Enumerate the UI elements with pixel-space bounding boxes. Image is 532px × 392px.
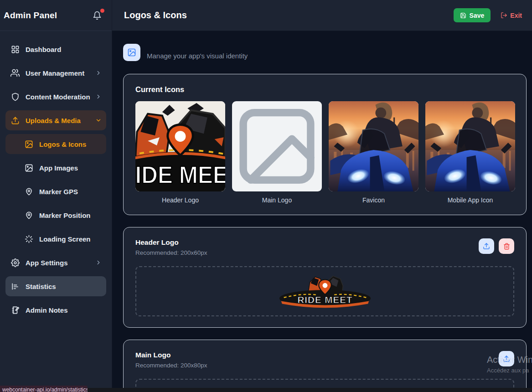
sidebar-item-app-images[interactable]: App Images bbox=[5, 158, 106, 178]
admin-app: Admin Panel Dashboard User Management bbox=[0, 0, 532, 392]
thumb-label: Header Logo bbox=[162, 196, 199, 204]
sidebar-item-label: Uploads & Media bbox=[26, 117, 95, 124]
notifications-button[interactable] bbox=[93, 11, 102, 20]
chevron-right-icon bbox=[95, 70, 102, 76]
chevron-right-icon bbox=[95, 259, 102, 266]
save-button-label: Save bbox=[470, 12, 485, 19]
sidebar-item-label: Logos & Icons bbox=[39, 140, 102, 148]
thumb-main-logo: Main Logo bbox=[232, 101, 322, 204]
upload-card-head: Header Logo Recommended: 200x60px bbox=[135, 238, 514, 256]
image-icon bbox=[24, 139, 34, 149]
bell-icon bbox=[93, 11, 102, 20]
sidebar-item-label: Loading Screen bbox=[39, 235, 102, 243]
sidebar-item-logos-icons[interactable]: Logos & Icons bbox=[5, 134, 106, 154]
sidebar-item-label: Content Moderation bbox=[26, 93, 95, 101]
notes-icon bbox=[10, 305, 20, 315]
thumb-label: Mobile App Icon bbox=[448, 196, 493, 204]
page-header: Logos & Icons Save Exit bbox=[112, 0, 532, 31]
sidebar-nav: Dashboard User Management Content Modera… bbox=[0, 31, 112, 332]
upload-icon bbox=[483, 242, 490, 250]
favicon-preview bbox=[329, 101, 418, 191]
motorcycle-sunset-art bbox=[329, 101, 418, 191]
icon-thumbnails: RIDE MEET Header Logo Main Logo bbox=[135, 101, 514, 204]
sidebar: Admin Panel Dashboard User Management bbox=[0, 0, 112, 392]
upload-button[interactable] bbox=[499, 351, 514, 366]
logout-icon bbox=[501, 12, 507, 19]
chevron-down-icon bbox=[95, 117, 102, 124]
sidebar-item-label: Statistics bbox=[26, 283, 102, 290]
intro-row: Manage your app's visual identity bbox=[123, 44, 527, 61]
sidebar-item-marker-gps[interactable]: Marker GPS bbox=[5, 181, 106, 201]
sidebar-item-label: Marker Position bbox=[39, 211, 102, 219]
main-logo-card: Main Logo Recommended: 200x80px bbox=[123, 340, 527, 392]
card-actions bbox=[499, 351, 514, 366]
sidebar-item-admin-notes[interactable]: Admin Notes bbox=[5, 300, 106, 320]
sidebar-item-statistics[interactable]: Statistics bbox=[5, 276, 106, 296]
sidebar-item-label: Dashboard bbox=[26, 46, 102, 53]
ride-meet-banner-logo: RIDE MEET bbox=[276, 272, 374, 311]
link-preview-url: webcontainer-api.io/admin/statistics bbox=[0, 386, 88, 392]
header-actions: Save Exit bbox=[454, 8, 522, 22]
recommended-size: Recommended: 200x60px bbox=[135, 249, 207, 256]
mobile-app-icon-preview bbox=[425, 101, 515, 191]
save-button[interactable]: Save bbox=[454, 8, 491, 22]
main-logo-preview-empty bbox=[232, 101, 322, 191]
sidebar-item-label: App Settings bbox=[26, 259, 95, 267]
upload-icon bbox=[10, 115, 20, 125]
page-subtitle: Manage your app's visual identity bbox=[147, 52, 248, 60]
thumb-label: Favicon bbox=[362, 196, 385, 204]
chevron-right-icon bbox=[95, 93, 102, 100]
sidebar-item-label: Marker GPS bbox=[39, 188, 102, 196]
sidebar-item-loading-screen[interactable]: Loading Screen bbox=[5, 229, 106, 249]
motorcycle-sunset-art bbox=[425, 101, 515, 191]
app-title: Admin Panel bbox=[4, 10, 57, 21]
card-title: Current Icons bbox=[135, 85, 514, 94]
recommended-size: Recommended: 200x80px bbox=[135, 362, 207, 369]
notification-dot bbox=[100, 9, 104, 13]
map-pin-icon bbox=[24, 186, 34, 196]
link-preview-tooltip: webcontainer-api.io/admin/statistics bbox=[0, 386, 88, 392]
thumb-label: Main Logo bbox=[262, 196, 292, 204]
page-content: Manage your app's visual identity Curren… bbox=[112, 31, 532, 392]
image-placeholder-icon bbox=[232, 101, 322, 191]
sidebar-header: Admin Panel bbox=[0, 0, 112, 31]
ride-meet-logo-art: RIDE MEET bbox=[135, 101, 225, 191]
header-logo-card: Header Logo Recommended: 200x60px bbox=[123, 227, 527, 328]
bar-chart-icon bbox=[10, 281, 20, 291]
grid-icon bbox=[10, 44, 20, 54]
current-icons-card: Current Icons bbox=[123, 74, 527, 215]
card-title: Header Logo bbox=[135, 238, 207, 247]
upload-card-head: Main Logo Recommended: 200x80px bbox=[135, 351, 514, 369]
gear-icon bbox=[10, 258, 20, 268]
image-icon bbox=[127, 48, 136, 57]
trash-icon bbox=[503, 243, 510, 250]
loader-icon bbox=[24, 234, 34, 244]
map-pin-icon bbox=[24, 210, 34, 220]
exit-button[interactable]: Exit bbox=[501, 12, 522, 19]
upload-button[interactable] bbox=[479, 238, 494, 254]
sidebar-item-user-management[interactable]: User Management bbox=[5, 63, 106, 83]
main-area: Logos & Icons Save Exit Manage your app'… bbox=[112, 0, 532, 392]
sidebar-item-app-settings[interactable]: App Settings bbox=[5, 253, 106, 273]
sidebar-item-uploads-media[interactable]: Uploads & Media bbox=[5, 110, 106, 130]
card-title: Main Logo bbox=[135, 351, 207, 359]
exit-button-label: Exit bbox=[510, 12, 522, 19]
sidebar-item-marker-position[interactable]: Marker Position bbox=[5, 205, 106, 225]
delete-button[interactable] bbox=[499, 238, 514, 254]
header-logo-dropzone[interactable]: RIDE MEET bbox=[135, 266, 514, 316]
thumb-header-logo: RIDE MEET Header Logo bbox=[135, 101, 225, 204]
upload-icon bbox=[503, 355, 510, 362]
sidebar-item-label: User Management bbox=[26, 69, 95, 77]
thumb-mobile-app-icon: Mobile App Icon bbox=[425, 101, 515, 204]
image-icon bbox=[24, 163, 34, 173]
header-logo-preview: RIDE MEET bbox=[135, 101, 225, 191]
sidebar-item-label: App Images bbox=[39, 164, 102, 172]
shield-icon bbox=[10, 92, 20, 102]
sidebar-item-label: Admin Notes bbox=[26, 306, 102, 314]
thumb-favicon: Favicon bbox=[329, 101, 418, 204]
sidebar-item-content-moderation[interactable]: Content Moderation bbox=[5, 87, 106, 107]
svg-text:RIDE MEET: RIDE MEET bbox=[297, 294, 352, 305]
section-badge bbox=[123, 44, 140, 61]
svg-text:RIDE MEET: RIDE MEET bbox=[135, 161, 225, 188]
sidebar-item-dashboard[interactable]: Dashboard bbox=[5, 39, 106, 59]
